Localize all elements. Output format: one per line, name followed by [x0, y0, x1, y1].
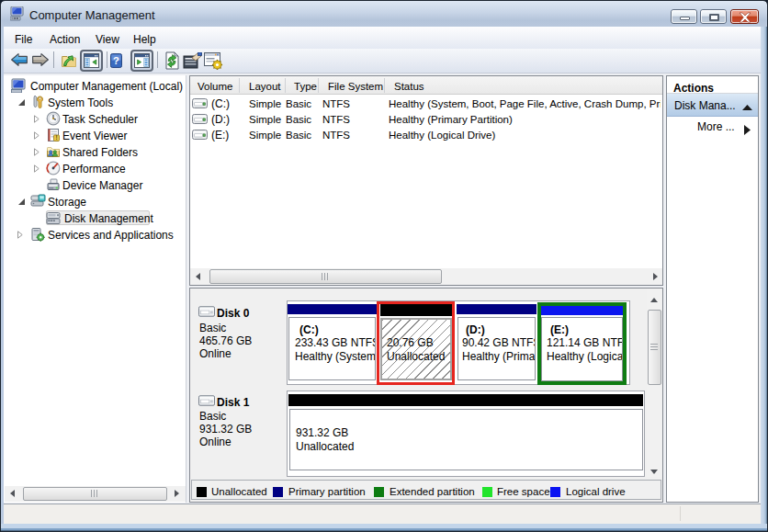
svg-text:!: ! — [55, 134, 57, 141]
svg-text:?: ? — [113, 55, 119, 66]
